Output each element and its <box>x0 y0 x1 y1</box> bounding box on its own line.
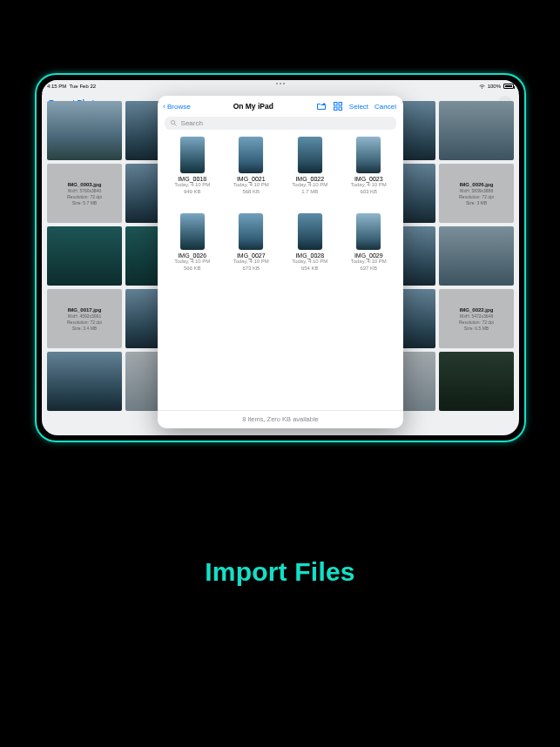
picker-toolbar: ‹ Browse On My iPad Select Cancel <box>158 96 403 115</box>
ipad-frame: 4:15 PM Tue Feb 22 100% Recent Photos ▾ <box>37 75 524 441</box>
file-item[interactable]: IMG_0023Today, 4:10 PM603 KB <box>343 137 395 208</box>
file-thumbnail <box>356 213 381 250</box>
search-field[interactable] <box>165 117 396 130</box>
photo-info-meta: Size: 3.4 MB <box>72 326 97 331</box>
svg-rect-1 <box>334 103 337 106</box>
photo-info-name: IMG_0022.jpg <box>460 307 494 313</box>
photo-info-meta: WxH: 4592x3061 <box>68 313 101 319</box>
photo-info-meta: Resolution: 72 dpi <box>67 320 102 325</box>
photo-tile[interactable] <box>439 101 514 160</box>
cancel-button[interactable]: Cancel <box>374 103 396 111</box>
file-name: IMG_0027 <box>237 252 266 259</box>
file-grid: IMG_0018Today, 4:10 PM949 KBIMG_0021Toda… <box>158 135 403 410</box>
status-date: Tue Feb 22 <box>70 84 96 89</box>
file-size: 949 KB <box>184 189 201 196</box>
status-bar: 4:15 PM Tue Feb 22 100% <box>42 80 519 92</box>
file-date: Today, 4:10 PM <box>292 259 327 266</box>
battery-percent: 100% <box>488 84 501 89</box>
file-thumbnail <box>239 213 263 250</box>
file-name: IMG_0026 <box>178 252 206 259</box>
file-item[interactable]: IMG_0018Today, 4:10 PM949 KB <box>166 137 219 208</box>
photo-tile[interactable] <box>47 101 122 160</box>
file-date: Today, 4:10 PM <box>174 182 210 189</box>
photo-info-tile[interactable]: IMG_0017.jpg WxH: 4592x3061 Resolution: … <box>47 289 122 348</box>
file-size: 673 KB <box>242 266 260 273</box>
photo-info-meta: WxH: 5760x3840 <box>68 188 101 193</box>
file-size: 568 KB <box>242 189 260 196</box>
photo-info-meta: Resolution: 72 dpi <box>459 320 494 325</box>
svg-point-5 <box>171 120 174 124</box>
file-picker-popover: ‹ Browse On My iPad Select Cancel <box>158 96 403 428</box>
search-input[interactable] <box>181 119 391 127</box>
photo-info-name: IMG_0003.jpg <box>68 182 102 187</box>
file-size: 1.7 MB <box>301 189 318 196</box>
photo-info-name: IMG_0026.jpg <box>460 182 494 187</box>
photo-tile[interactable] <box>47 352 122 411</box>
wifi-icon <box>479 84 485 89</box>
file-name: IMG_0028 <box>295 252 324 259</box>
photo-tile[interactable] <box>439 352 514 411</box>
file-thumbnail <box>356 137 381 173</box>
file-date: Today, 4:10 PM <box>292 182 327 189</box>
file-date: Today, 4:10 PM <box>233 182 269 189</box>
photo-info-name: IMG_0017.jpg <box>68 307 102 313</box>
file-thumbnail <box>298 213 322 250</box>
file-name: IMG_0029 <box>354 252 383 259</box>
view-mode-icon[interactable] <box>333 101 343 111</box>
svg-line-6 <box>174 124 176 125</box>
file-item[interactable]: IMG_0027Today, 4:10 PM673 KB <box>226 213 278 285</box>
file-size: 566 KB <box>184 266 201 273</box>
photo-info-tile[interactable]: IMG_0026.jpg WxH: 5839x3888 Resolution: … <box>439 164 514 223</box>
svg-rect-2 <box>339 103 342 106</box>
file-thumbnail <box>180 213 205 250</box>
photo-info-meta: Resolution: 72 dpi <box>67 194 102 199</box>
multitask-dots[interactable] <box>276 83 285 84</box>
file-item[interactable]: IMG_0029Today, 4:10 PM637 KB <box>343 213 395 285</box>
file-thumbnail <box>180 137 205 173</box>
photo-info-tile[interactable]: IMG_0003.jpg WxH: 5760x3840 Resolution: … <box>47 164 122 223</box>
select-button[interactable]: Select <box>349 103 368 111</box>
photo-tile[interactable] <box>439 226 514 286</box>
photo-info-meta: Size: 5.7 MB <box>72 200 97 205</box>
chevron-left-icon: ‹ <box>163 102 165 111</box>
file-thumbnail <box>298 137 322 173</box>
photo-info-meta: Resolution: 72 dpi <box>459 194 494 199</box>
photo-info-tile[interactable]: IMG_0022.jpg WxH: 5472x3648 Resolution: … <box>439 289 514 348</box>
new-folder-icon[interactable] <box>316 101 327 111</box>
file-size: 637 KB <box>360 266 377 273</box>
battery-icon <box>503 84 514 89</box>
photo-info-meta: WxH: 5839x3888 <box>460 188 493 193</box>
file-name: IMG_0023 <box>354 176 383 182</box>
file-date: Today, 4:10 PM <box>351 182 387 189</box>
file-thumbnail <box>239 137 263 173</box>
file-item[interactable]: IMG_0026Today, 4:10 PM566 KB <box>166 213 219 285</box>
photo-info-meta: Size: 6.5 MB <box>464 326 489 331</box>
svg-rect-4 <box>339 107 342 111</box>
photo-info-meta: WxH: 5472x3648 <box>460 313 493 319</box>
file-name: IMG_0018 <box>178 176 206 182</box>
file-date: Today, 4:10 PM <box>233 259 269 266</box>
file-name: IMG_0021 <box>237 176 266 182</box>
photo-tile[interactable] <box>47 226 122 286</box>
status-time: 4:15 PM <box>47 84 66 89</box>
picker-footer: 8 items, Zero KB available <box>158 410 403 428</box>
svg-rect-3 <box>334 107 337 111</box>
file-item[interactable]: IMG_0021Today, 4:10 PM568 KB <box>226 137 278 208</box>
search-icon <box>170 119 178 127</box>
file-date: Today, 4:10 PM <box>351 259 387 266</box>
picker-title: On My iPad <box>233 102 273 111</box>
file-date: Today, 4:10 PM <box>174 259 210 266</box>
file-size: 654 KB <box>301 266 319 273</box>
ipad-screen: 4:15 PM Tue Feb 22 100% Recent Photos ▾ <box>42 80 519 435</box>
browse-back-button[interactable]: ‹ Browse <box>163 102 191 111</box>
file-name: IMG_0022 <box>295 176 324 182</box>
file-item[interactable]: IMG_0028Today, 4:10 PM654 KB <box>284 213 336 285</box>
photo-info-meta: Size: 3 MB <box>466 200 487 205</box>
file-size: 603 KB <box>360 189 377 196</box>
svg-point-0 <box>482 87 482 88</box>
headline-caption: Import Files <box>0 557 560 587</box>
file-item[interactable]: IMG_0022Today, 4:10 PM1.7 MB <box>284 137 336 208</box>
browse-label: Browse <box>167 103 191 111</box>
